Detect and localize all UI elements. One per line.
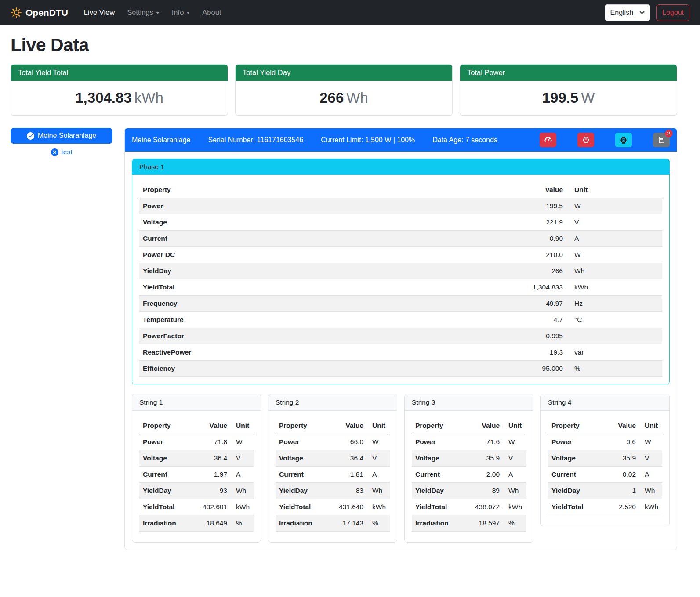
col-property: Property [276,418,333,434]
card-unit: kWh [134,90,163,106]
nav-items: Live View Settings Info About [79,5,601,20]
string-3-card: String 3 Property Value Unit [404,394,533,543]
unit-cell: kWh [231,499,254,515]
string-4-card: String 4 Property Value Unit [540,394,670,526]
device-info-button[interactable] [615,133,632,147]
property-label: Temperature [139,312,501,328]
property-label: Voltage [548,450,605,467]
property-label: Irradiation [276,515,333,532]
check-circle-icon [27,132,34,140]
unit-cell: kWh [367,499,390,515]
property-label: Power [139,434,196,450]
language-value: English [610,9,633,17]
sidebar-item-test[interactable]: test [11,148,112,156]
string-title: String 1 [132,394,261,411]
table-row: YieldDay83Wh [276,483,390,499]
property-label: Irradiation [412,515,469,532]
card-value: 1,304.83 [75,90,131,106]
inverter-data-age: Data Age: 7 seconds [432,136,497,144]
table-row: Power71.8W [139,434,254,450]
table-row: Current1.81A [276,467,390,483]
unit-cell: W [566,198,662,214]
property-label: Voltage [139,214,501,231]
power-button[interactable] [577,133,594,147]
unit-cell: W [503,434,526,450]
value-cell: 2.520 [605,499,639,515]
unit-cell: var [566,344,662,361]
table-row: Current1.97A [139,467,254,483]
unit-cell: W [639,434,662,450]
inverter-panel: Meine Solaranlage Serial Number: 1161716… [124,128,677,550]
table-row: Efficiency95.000% [139,361,662,377]
value-cell: 93 [196,483,231,499]
power-icon [582,136,590,144]
nav-info[interactable]: Info [167,5,196,20]
table-header-row: Property Value Unit [548,418,662,434]
unit-cell: Wh [639,483,662,499]
string-title: String 4 [541,394,669,411]
table-row: Irradiation17.143% [276,515,390,532]
unit-cell: A [367,467,390,483]
value-cell: 2.00 [469,467,503,483]
property-label: Power [276,434,333,450]
unit-cell [566,328,662,344]
value-cell: 35.9 [605,450,639,467]
value-cell: 0.90 [501,231,566,247]
inverter-name: Meine Solaranlage [132,136,190,144]
table-row: YieldTotal432.601kWh [139,499,254,515]
card-value: 266 [319,90,344,106]
property-label: Efficiency [139,361,501,377]
brand[interactable]: OpenDTU [11,7,68,18]
nav-settings[interactable]: Settings [122,5,165,20]
value-cell: 1.81 [333,467,367,483]
card-unit: W [581,90,595,106]
col-property: Property [139,418,196,434]
col-property: Property [139,182,501,198]
value-cell: 266 [501,263,566,279]
language-select[interactable]: English [605,4,650,21]
table-header-row: Property Value Unit [139,182,662,198]
property-label: Voltage [139,450,196,467]
property-label: YieldDay [276,483,333,499]
event-log-button[interactable]: 2 [653,133,670,147]
table-row: Power199.5W [139,198,662,214]
sun-logo-icon [11,7,22,18]
limit-settings-button[interactable] [540,133,556,147]
unit-cell: W [566,247,662,263]
value-cell: 0.6 [605,434,639,450]
property-label: Current [276,467,333,483]
col-value: Value [196,418,231,434]
nav-live-view[interactable]: Live View [79,5,120,20]
logout-button[interactable]: Logout [656,4,689,21]
table-row: YieldDay266Wh [139,263,662,279]
value-cell: 71.6 [469,434,503,450]
nav-about[interactable]: About [197,5,226,20]
table-row: Irradiation18.649% [139,515,254,532]
property-label: YieldDay [139,483,196,499]
unit-cell: kWh [566,279,662,296]
value-cell: 36.4 [196,450,231,467]
property-label: Irradiation [139,515,196,532]
unit-cell: % [566,361,662,377]
unit-cell: Wh [231,483,254,499]
string-4-table: Property Value Unit Power0.6WVoltage35.9… [548,418,662,515]
table-row: Temperature4.7°C [139,312,662,328]
value-cell: 1.97 [196,467,231,483]
nav-right: English Logout [605,4,689,21]
unit-cell: % [367,515,390,532]
unit-cell: V [639,450,662,467]
table-row: YieldTotal438.072kWh [412,499,526,515]
table-row: YieldTotal431.640kWh [276,499,390,515]
brand-label: OpenDTU [25,7,68,18]
unit-cell: A [566,231,662,247]
property-label: YieldTotal [548,499,605,515]
card-unit: Wh [346,90,368,106]
unit-cell: A [639,467,662,483]
strings-row: String 1 Property Value Unit [132,394,670,543]
value-cell: 432.601 [196,499,231,515]
card-title: Total Power [460,65,677,81]
table-row: Current0.90A [139,231,662,247]
string-2-table: Property Value Unit Power66.0WVoltage36.… [276,418,390,532]
sidebar-item-meine-solaranlage[interactable]: Meine Solaranlage [11,128,112,144]
value-cell: 17.143 [333,515,367,532]
